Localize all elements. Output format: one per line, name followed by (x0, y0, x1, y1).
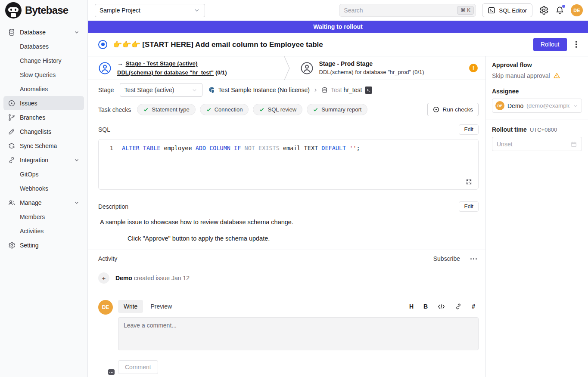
link-format-icon[interactable] (455, 303, 462, 310)
sidebar-item-change-history[interactable]: Change History (3, 53, 84, 68)
sidebar-item-label: Integration (20, 157, 48, 164)
sidebar-item-activities[interactable]: Activities (3, 224, 84, 238)
sidebar-item-label: GitOps (20, 171, 39, 178)
sidebar-item-label: Databases (20, 43, 49, 50)
rollout-time-picker[interactable]: Unset (492, 137, 582, 151)
stage-title: Stage - Prod Stage (319, 59, 424, 68)
brand-name: Bytebase (25, 4, 68, 16)
code-format-icon[interactable] (438, 303, 445, 310)
project-select[interactable]: Sample Project (95, 4, 205, 17)
sidebar-item-setting[interactable]: Setting (3, 238, 84, 252)
sidebar-item-label: Branches (20, 114, 45, 121)
sql-editor[interactable]: 1 ALTER TABLE employee ADD COLUMN IF NOT… (98, 139, 479, 190)
sidebar-item-label: Anomalies (20, 86, 48, 93)
stage-person-icon (98, 62, 112, 75)
approval-flow-value: Skip manual approval (492, 72, 550, 79)
tab-preview[interactable]: Preview (145, 300, 177, 313)
stage-card-test[interactable]: →Stage - Test Stage (active) DDL(schema)… (88, 56, 284, 80)
left-sidebar: Bytebase Database Databases Change Histo… (0, 0, 88, 377)
search-input[interactable] (340, 7, 457, 14)
brand-logo[interactable]: Bytebase (0, 0, 87, 21)
activity-entry: + Demo created issue Jan 12 (98, 272, 479, 284)
comment-textarea[interactable] (118, 317, 479, 350)
comment-avatar: DE (98, 300, 113, 315)
sidebar-item-label: Change History (20, 57, 62, 64)
hash-format-icon[interactable]: # (472, 303, 475, 310)
check-pill-sql-review[interactable]: SQL review (253, 104, 302, 115)
environment-name: Test (331, 87, 342, 93)
check-pill-label: Connection (215, 106, 243, 113)
open-sql-terminal-icon[interactable] (365, 87, 372, 94)
stage-progress: (0/1) (215, 69, 227, 76)
sidebar-item-sync-schema[interactable]: Sync Schema (3, 139, 84, 153)
assignee-select[interactable]: DE Demo (demo@example (492, 99, 582, 113)
expand-editor-icon[interactable] (466, 179, 472, 185)
chevron-down-icon (74, 200, 80, 206)
check-pill-label: Statement type (152, 106, 189, 113)
more-options-kebab-icon[interactable] (574, 39, 579, 49)
sidebar-item-integration[interactable]: Integration (3, 153, 84, 167)
stage-task: DDL(schema) for database "hr_prod" (0/1) (319, 68, 424, 77)
sidebar-item-label: Webhooks (20, 185, 48, 192)
check-pill-connection[interactable]: Connection (200, 104, 249, 115)
sidebar-item-anomalies[interactable]: Anomalies (3, 82, 84, 96)
stage-warning-badge: ! (469, 64, 478, 72)
search-box[interactable]: ⌘ K (339, 4, 476, 17)
rollout-time-value: Unset (497, 141, 513, 148)
settings-gear-icon[interactable] (538, 5, 549, 15)
sidebar-item-label: Issues (20, 100, 37, 107)
check-pill-summary-report[interactable]: Summary report (307, 104, 367, 115)
sync-icon (8, 142, 16, 150)
chevron-down-icon (193, 7, 200, 14)
gear-icon (8, 241, 16, 249)
run-checks-label: Run checks (442, 106, 473, 113)
sidebar-item-slow-queries[interactable]: Slow Queries (3, 68, 84, 82)
notification-dot (562, 5, 565, 8)
rollout-button[interactable]: Rollout (533, 38, 567, 51)
description-line-2: Click "Approve" button to apply the sche… (128, 235, 479, 242)
issue-icon (8, 99, 16, 107)
heading-format-icon[interactable]: H (409, 303, 414, 310)
tab-write[interactable]: Write (118, 300, 143, 313)
description-edit-button[interactable]: Edit (459, 201, 479, 212)
subscribe-button[interactable]: Subscribe (433, 255, 460, 262)
activity-title: Activity (98, 255, 117, 262)
sidebar-item-database[interactable]: Database (3, 25, 84, 39)
user-avatar[interactable]: DE (571, 4, 583, 16)
instance-name[interactable]: Test Sample Instance (No license) (218, 87, 310, 93)
breadcrumb-chevron-icon (313, 87, 318, 93)
sidebar-item-gitops[interactable]: GitOps (3, 167, 84, 181)
stage-select[interactable]: Test Stage (active) (120, 83, 202, 97)
sidebar-item-webhooks[interactable]: Webhooks (3, 181, 84, 195)
activity-more-icon[interactable] (469, 256, 479, 261)
bold-format-icon[interactable]: B (423, 303, 428, 310)
stage-pipeline: →Stage - Test Stage (active) DDL(schema)… (88, 56, 485, 80)
comment-submit-button[interactable]: Comment (118, 360, 158, 374)
task-checks-label: Task checks (98, 106, 131, 113)
link-icon (8, 156, 16, 164)
sql-section: SQL Edit 1 ALTER TABLE employee ADD COLU… (88, 119, 485, 196)
run-checks-button[interactable]: Run checks (427, 103, 479, 116)
sidebar-item-members[interactable]: Members (3, 210, 84, 224)
stage-task-link[interactable]: DDL(schema) for database "hr_test" (117, 69, 214, 76)
issue-side-panel: Approval flow Skip manual approval Assig… (486, 56, 588, 377)
chevron-down-icon (572, 103, 579, 109)
comment-bubble-icon (108, 369, 115, 375)
sql-statement: ALTER TABLE employee ADD COLUMN IF NOT E… (113, 145, 360, 151)
sql-editor-button[interactable]: SQL Editor (482, 3, 532, 17)
rollout-time-label: Rollout time (492, 126, 527, 133)
project-select-value: Sample Project (100, 7, 140, 14)
sql-edit-button[interactable]: Edit (459, 124, 479, 135)
sidebar-item-branches[interactable]: Branches (3, 110, 84, 124)
sidebar-item-changelists[interactable]: Changelists (3, 124, 84, 139)
database-name[interactable]: hr_test (344, 87, 362, 93)
notifications-bell-icon[interactable] (555, 6, 565, 15)
sidebar-item-manage[interactable]: Manage (3, 195, 84, 210)
sidebar-item-databases[interactable]: Databases (3, 39, 84, 53)
check-pill-statement-type[interactable]: Statement type (137, 104, 195, 115)
stage-divider (284, 56, 290, 80)
task-checks-row: Task checks Statement type Connection SQ… (88, 100, 485, 119)
bytebase-logo-icon (5, 2, 22, 19)
sidebar-item-issues[interactable]: Issues (3, 96, 84, 110)
stage-card-prod[interactable]: Stage - Prod Stage DDL(schema) for datab… (290, 56, 486, 80)
